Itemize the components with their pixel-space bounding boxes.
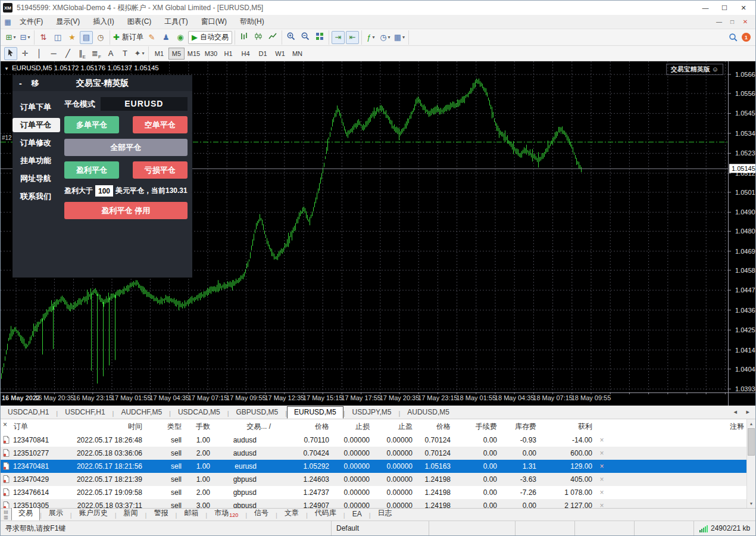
column-header-止损[interactable]: 止损 <box>333 419 373 434</box>
new-chart-dropdown-icon[interactable]: ▾ <box>13 35 15 40</box>
panel-nav-网址导航[interactable]: 网址导航 <box>13 172 60 186</box>
terminal-tab-交易[interactable]: 交易 <box>11 507 40 521</box>
close-order-icon[interactable]: × <box>596 486 609 499</box>
terminal-tab-邮箱[interactable]: 邮箱 <box>177 507 205 521</box>
chart-tab-audusd-m5[interactable]: AUDUSD,M5 <box>400 406 457 419</box>
chart-dropdown-icon[interactable]: ▼ <box>4 66 9 71</box>
panel-minimize-button[interactable]: - <box>19 79 22 88</box>
orders-scrollbar[interactable]: ▲ ▼ <box>746 419 755 508</box>
terminal-tab-展示[interactable]: 展示 <box>42 507 70 521</box>
timeframe-m1[interactable]: M1 <box>151 48 167 60</box>
window-maximize-button[interactable]: ☐ <box>715 4 734 12</box>
timeframe-m15[interactable]: M15 <box>186 48 202 60</box>
expert-advisors-button[interactable]: ♟ <box>160 31 173 44</box>
child-minimize-button[interactable]: — <box>713 18 726 25</box>
order-row-123470429[interactable]: 1234704292022.05.17 18:21:39sell1.00gbpu… <box>1 473 748 486</box>
status-profile[interactable]: Default <box>332 521 429 535</box>
periods-dropdown-icon[interactable]: ▾ <box>388 35 391 40</box>
trend-line-button[interactable]: ╱ <box>61 47 74 60</box>
chart-tab-usdjpy-m5[interactable]: USDJPY,M5 <box>345 406 399 419</box>
close-mode-symbol[interactable]: EURUSD <box>101 97 188 111</box>
menu-item-窗口[interactable]: 窗口(W) <box>195 17 233 26</box>
close-order-icon[interactable]: × <box>596 499 609 508</box>
equidistant-channel-button[interactable]: ∥E <box>76 47 89 60</box>
order-row-123510277[interactable]: 1235102772022.05.18 03:36:06sell2.00audu… <box>1 447 748 460</box>
chart-tab-audchf-m5[interactable]: AUDCHF,M5 <box>114 406 169 419</box>
column-header-手数[interactable]: 手数 <box>185 419 214 434</box>
menu-item-图表[interactable]: 图表(C) <box>121 17 158 26</box>
profit-close-disable-button[interactable]: 盈利平仓 停用 <box>64 202 188 219</box>
terminal-tab-EA[interactable]: EA <box>345 509 369 521</box>
column-header-时间[interactable]: 时间 <box>64 419 146 434</box>
autotrading-button[interactable]: ▶自动交易 <box>188 31 232 44</box>
close-order-icon[interactable]: × <box>596 473 609 486</box>
tabs-scroll-right-button[interactable]: ▸ <box>742 408 753 415</box>
scroll-down-icon[interactable]: ▼ <box>747 499 755 508</box>
scripts-button[interactable]: ✎ <box>145 31 158 44</box>
fibonacci-button[interactable]: ≣F <box>90 47 103 60</box>
close-order-icon[interactable]: × <box>596 460 609 473</box>
timeframe-m5[interactable]: M5 <box>168 48 185 60</box>
close-order-icon[interactable]: × <box>596 434 609 447</box>
child-restore-button[interactable]: □ <box>726 18 739 25</box>
terminal-tab-文章[interactable]: 文章 <box>277 507 306 521</box>
close-short-button[interactable]: 空单平仓 <box>133 116 188 133</box>
profit-threshold-input[interactable] <box>95 185 113 197</box>
chart-tab-usdcad-m5[interactable]: USDCAD,M5 <box>171 406 227 419</box>
panel-nav-订单下单[interactable]: 订单下单 <box>13 100 60 114</box>
chart-tab-usdcad-h1[interactable]: USDCAD,H1 <box>1 406 56 419</box>
timeframe-h1[interactable]: H1 <box>220 48 236 60</box>
timeframe-d1[interactable]: D1 <box>255 48 271 60</box>
line-chart-button[interactable] <box>266 31 279 44</box>
chart-profiles-button[interactable]: ⊟▾ <box>18 31 32 44</box>
timeframe-m30[interactable]: M30 <box>203 48 219 60</box>
window-close-button[interactable]: ✕ <box>734 4 753 12</box>
terminal-tab-警报[interactable]: 警报 <box>146 507 175 521</box>
tile-windows-button[interactable] <box>313 31 326 44</box>
close-profit-button[interactable]: 盈利平仓 <box>64 161 119 179</box>
column-header-手续费[interactable]: 手续费 <box>454 419 501 434</box>
column-header-交易... /[interactable]: 交易... / <box>214 419 274 434</box>
scroll-up-icon[interactable]: ▲ <box>747 419 755 428</box>
dock-bottom-icon[interactable]: ▥ <box>4 515 8 520</box>
strategy-tester-button[interactable]: ◷ <box>94 31 107 44</box>
auto-scroll-button[interactable]: ⇥ <box>332 31 345 44</box>
text-label-button[interactable]: T <box>118 47 132 60</box>
zoom-in-button[interactable] <box>285 31 298 44</box>
order-row-123476614[interactable]: 1234766142022.05.17 19:09:58sell2.00gbpu… <box>1 486 748 499</box>
order-row-123510305[interactable]: 1235103052022.05.18 03:37:11sell3.00gbpu… <box>1 499 748 508</box>
panel-move-button[interactable]: 移 <box>32 78 39 89</box>
menu-item-显示[interactable]: 显示(V) <box>49 17 86 26</box>
panel-nav-订单平仓[interactable]: 订单平仓 <box>13 118 60 132</box>
child-close-button[interactable]: ✕ <box>739 18 752 25</box>
dock-top-icon[interactable]: ▤ <box>4 509 8 515</box>
indicators-button[interactable]: ƒ▾ <box>364 31 377 44</box>
new-chart-button[interactable]: ⊞▾ <box>4 31 17 44</box>
column-header-获利[interactable]: 获利 <box>540 419 596 434</box>
timeframe-mn[interactable]: MN <box>289 48 305 60</box>
candlestick-chart-button[interactable] <box>252 31 265 44</box>
column-header-close[interactable] <box>596 419 609 434</box>
column-header-订单[interactable]: 订单 <box>1 419 64 434</box>
column-header-价格[interactable]: 价格 <box>274 419 333 434</box>
chart-tab-gbpusd-m5[interactable]: GBPUSD,M5 <box>229 406 286 419</box>
column-header-注释[interactable]: 注释 <box>609 419 748 434</box>
periods-button[interactable]: ◷▾ <box>379 31 392 44</box>
indicators-dropdown-icon[interactable]: ▾ <box>373 35 375 40</box>
data-window-button[interactable]: ◫ <box>51 31 64 44</box>
bar-chart-button[interactable] <box>238 31 251 44</box>
chart-tab-usdchf-h1[interactable]: USDCHF,H1 <box>58 406 112 419</box>
panel-nav-挂单功能[interactable]: 挂单功能 <box>13 154 60 168</box>
terminal-tab-账户历史[interactable]: 账户历史 <box>72 507 115 521</box>
close-long-button[interactable]: 多单平仓 <box>64 116 119 133</box>
column-header-库存费[interactable]: 库存费 <box>501 419 540 434</box>
horizontal-line-button[interactable]: ─ <box>47 47 60 60</box>
text-button[interactable]: A <box>104 47 117 60</box>
column-header-价格[interactable]: 价格 <box>416 419 454 434</box>
close-all-button[interactable]: 全部平仓 <box>64 139 188 156</box>
arrow-objects-button[interactable]: ✦▾ <box>133 47 146 60</box>
templates-dropdown-icon[interactable]: ▾ <box>402 35 405 40</box>
panel-nav-联系我们[interactable]: 联系我们 <box>13 189 60 204</box>
chart-tab-eurusd-m5[interactable]: EURUSD,M5 <box>287 406 343 419</box>
order-row-123470481[interactable]: 1234704812022.05.17 18:21:56sell1.00euru… <box>1 460 748 473</box>
